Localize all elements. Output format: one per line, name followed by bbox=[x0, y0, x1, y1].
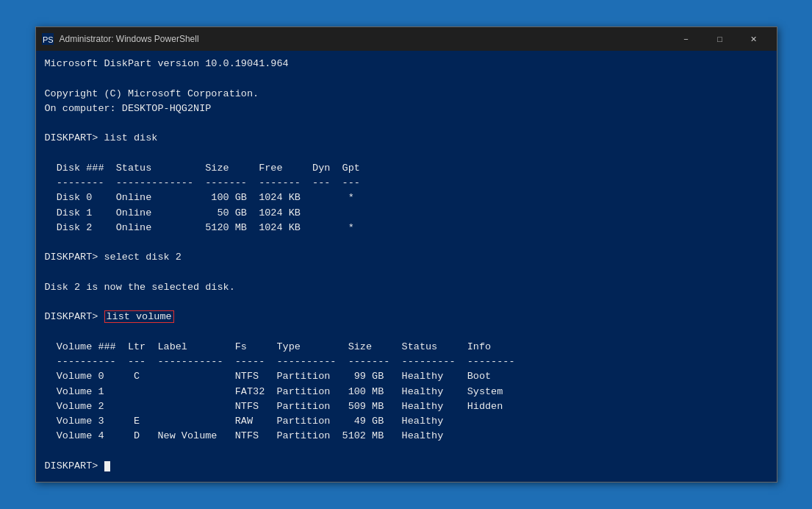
vol-header: Volume ### Ltr Label Fs Type Size Status… bbox=[45, 340, 768, 355]
select-cmd-line: DISKPART> select disk 2 bbox=[45, 250, 768, 265]
blank-line-8 bbox=[45, 444, 768, 459]
final-prompt-line: DISKPART> bbox=[45, 459, 768, 474]
powershell-icon: PS bbox=[42, 33, 54, 45]
vol-1-row: Volume 1 FAT32 Partition 100 MB Healthy … bbox=[45, 385, 768, 399]
disk-sep: -------- ------------- ------- ------- -… bbox=[45, 176, 768, 191]
vol-2-row: Volume 2 NTFS Partition 509 MB Healthy H… bbox=[45, 399, 768, 414]
version-line: Microsoft DiskPart version 10.0.19041.96… bbox=[45, 57, 768, 71]
list-volume-highlighted: list volume bbox=[104, 310, 174, 323]
vol-sep: ---------- --- ----------- ----- -------… bbox=[45, 355, 768, 369]
list-volume-cmd-line: DISKPART> list volume bbox=[45, 310, 768, 324]
disk-selected-line: Disk 2 is now the selected disk. bbox=[45, 280, 768, 295]
vol-4-row: Volume 4 D New Volume NTFS Partition 510… bbox=[45, 429, 768, 444]
svg-text:PS: PS bbox=[43, 35, 54, 44]
blank-line-3 bbox=[45, 146, 768, 161]
terminal-content[interactable]: Microsoft DiskPart version 10.0.19041.96… bbox=[36, 51, 777, 482]
close-button[interactable]: ✕ bbox=[737, 27, 771, 51]
maximize-button[interactable]: □ bbox=[703, 27, 737, 51]
titlebar: PS Administrator: Windows PowerShell − □… bbox=[36, 27, 777, 51]
cursor-blink bbox=[104, 461, 110, 471]
final-prompt: DISKPART> bbox=[45, 460, 104, 471]
blank-line-1 bbox=[45, 71, 768, 86]
powershell-window: PS Administrator: Windows PowerShell − □… bbox=[35, 26, 777, 483]
disk-header: Disk ### Status Size Free Dyn Gpt bbox=[45, 161, 768, 176]
blank-line-2 bbox=[45, 116, 768, 131]
disk-0-row: Disk 0 Online 100 GB 1024 KB * bbox=[45, 191, 768, 205]
minimize-button[interactable]: − bbox=[669, 27, 703, 51]
computer-line: On computer: DESKTOP-HQG2NIP bbox=[45, 102, 768, 116]
disk-1-row: Disk 1 Online 50 GB 1024 KB bbox=[45, 206, 768, 221]
blank-line-5 bbox=[45, 266, 768, 280]
vol-0-row: Volume 0 C NTFS Partition 99 GB Healthy … bbox=[45, 369, 768, 384]
disk-2-row: Disk 2 Online 5120 MB 1024 KB * bbox=[45, 221, 768, 235]
window-title: Administrator: Windows PowerShell bbox=[60, 34, 669, 44]
blank-line-6 bbox=[45, 295, 768, 310]
copyright-line: Copyright (C) Microsoft Corporation. bbox=[45, 87, 768, 102]
blank-line-4 bbox=[45, 235, 768, 250]
blank-line-7 bbox=[45, 325, 768, 340]
window-controls: − □ ✕ bbox=[669, 27, 771, 51]
diskpart-prompt: DISKPART> bbox=[45, 311, 104, 322]
vol-3-row: Volume 3 E RAW Partition 49 GB Healthy bbox=[45, 414, 768, 429]
list-disk-cmd: DISKPART> list disk bbox=[45, 131, 768, 146]
